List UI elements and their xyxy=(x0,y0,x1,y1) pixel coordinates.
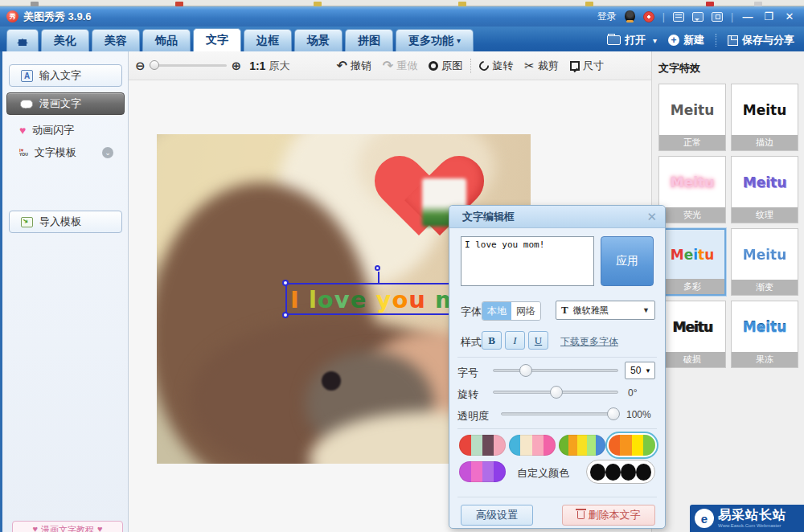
underline-button[interactable]: U xyxy=(528,331,548,350)
effect-texture[interactable]: Meitu 纹理 xyxy=(731,156,798,223)
zoom-ratio[interactable]: 1:1 xyxy=(249,59,265,72)
effect-sample: Meitu xyxy=(659,84,725,135)
text-content-input[interactable] xyxy=(461,236,594,286)
color-palette-4[interactable] xyxy=(609,435,655,456)
rotate-button[interactable]: 旋转 xyxy=(479,59,513,73)
zoom-in-icon[interactable]: ⊕ xyxy=(232,59,242,73)
size-label: 字号 xyxy=(457,366,478,380)
color-palette-3[interactable] xyxy=(559,435,605,456)
size-slider[interactable] xyxy=(493,369,618,372)
tab-collage[interactable]: 拼图 xyxy=(345,29,393,51)
selection-handle[interactable] xyxy=(282,280,289,286)
close-icon[interactable]: ✕ xyxy=(646,210,657,224)
dialog-title-bar[interactable]: 文字编辑框 ✕ xyxy=(449,206,665,228)
panel-title: 文字特效 xyxy=(658,61,804,76)
minimize-button[interactable]: — xyxy=(741,10,754,23)
tab-scene[interactable]: 场景 xyxy=(294,29,343,51)
new-button[interactable]: + 新建 xyxy=(668,33,704,47)
rotation-handle[interactable] xyxy=(375,265,380,271)
watermark-banner: e 易采站长站 Www.Easck.Com Webmaster xyxy=(690,505,804,532)
tab-decorate[interactable]: 饰品 xyxy=(142,29,191,51)
color-palette-2[interactable] xyxy=(509,435,556,456)
undo-icon: ↶ xyxy=(336,59,347,72)
undo-button[interactable]: ↶ 撤销 xyxy=(336,59,371,73)
download-fonts-link[interactable]: 下载更多字体 xyxy=(560,335,618,349)
weibo-icon[interactable] xyxy=(643,11,654,23)
effect-outline[interactable]: Meitu 描边 xyxy=(731,84,798,151)
original-image-button[interactable]: 原图 xyxy=(429,59,462,73)
tab-frame[interactable]: 边框 xyxy=(244,29,292,51)
sidebar-item-comic-text[interactable]: 漫画文字 xyxy=(6,92,125,115)
opacity-slider-handle[interactable] xyxy=(607,407,620,420)
effect-normal[interactable]: Meitu 正常 xyxy=(658,84,726,151)
zoom-slider-handle[interactable] xyxy=(150,60,159,70)
size-slider-handle[interactable] xyxy=(519,364,532,377)
download-more-icon[interactable]: ⌄ xyxy=(102,147,113,158)
apply-button[interactable]: 应用 xyxy=(601,236,654,286)
sidebar-item-text-template[interactable]: I♥YOU 文字模板 ⌄ xyxy=(6,141,125,164)
skin-icon[interactable] xyxy=(712,12,723,22)
custom-color-dot[interactable] xyxy=(636,464,651,481)
zoom-out-icon[interactable]: ⊖ xyxy=(135,59,146,73)
save-share-button[interactable]: 保存与分享 xyxy=(728,33,794,47)
divider xyxy=(457,428,657,429)
rotate-slider[interactable] xyxy=(493,391,618,394)
qq-icon[interactable] xyxy=(625,10,635,23)
effect-jelly[interactable]: Meitu 果冻 xyxy=(731,301,798,368)
custom-color-dot[interactable] xyxy=(621,464,636,481)
selection-handle[interactable] xyxy=(282,312,289,318)
rotate-slider-handle[interactable] xyxy=(550,386,563,399)
italic-button[interactable]: I xyxy=(505,331,525,350)
watermark-logo-icon: e xyxy=(695,509,714,528)
font-family-dropdown[interactable]: T 微软雅黑 ▼ xyxy=(556,301,655,320)
effect-broken[interactable]: Meitu 破损 xyxy=(658,301,726,368)
custom-color-dot[interactable] xyxy=(605,464,621,481)
effect-sample: Meitu xyxy=(659,301,725,352)
folder-icon xyxy=(607,35,621,45)
effect-gradient[interactable]: Meitu 渐变 xyxy=(731,228,798,296)
size-dropdown[interactable]: 50▼ xyxy=(625,362,655,379)
font-web-option[interactable]: 网络 xyxy=(511,302,540,320)
divider xyxy=(457,497,657,497)
tab-text[interactable]: 文字 xyxy=(193,28,241,51)
effect-sample: Meitu xyxy=(732,229,798,280)
sidebar-item-input-text[interactable]: A 输入文字 xyxy=(9,64,122,87)
effect-colorful[interactable]: Meitu 多彩 xyxy=(658,228,726,296)
home-icon xyxy=(17,38,28,47)
font-source-toggle: 本地 网络 xyxy=(482,301,541,321)
feedback-icon[interactable] xyxy=(673,12,684,22)
resize-icon xyxy=(570,61,580,71)
sidebar-item-animated-text[interactable]: ♥ 动画闪字 xyxy=(6,119,125,141)
bold-button[interactable]: B xyxy=(482,331,502,350)
login-link[interactable]: 登录 xyxy=(597,10,617,23)
zoom-ratio-label[interactable]: 原大 xyxy=(269,59,289,73)
redo-button[interactable]: ↷ 重做 xyxy=(383,59,417,73)
color-palette-5[interactable] xyxy=(459,461,506,482)
dialog-title: 文字编辑框 xyxy=(462,210,515,224)
text-edit-dialog: 文字编辑框 ✕ 应用 字体 本地 网络 T 微软雅黑 ▼ 样式 B I U 下载… xyxy=(449,205,666,529)
maximize-button[interactable]: ❐ xyxy=(762,10,775,23)
effect-glow[interactable]: Meitu 荧光 xyxy=(658,156,726,223)
resize-button[interactable]: 尺寸 xyxy=(570,59,604,73)
advanced-settings-button[interactable]: 高级设置 xyxy=(461,505,533,526)
tab-retouch[interactable]: 美容 xyxy=(92,29,140,51)
tab-beautify[interactable]: 美化 xyxy=(41,29,89,51)
divider xyxy=(470,59,471,73)
message-icon[interactable] xyxy=(692,12,704,22)
open-button[interactable]: 打开 ▾ xyxy=(607,33,657,47)
custom-color-swatches[interactable] xyxy=(586,460,655,484)
import-template-button[interactable]: 导入模板 xyxy=(9,211,122,233)
tab-more[interactable]: 更多功能▾ xyxy=(396,29,474,51)
color-palette-1[interactable] xyxy=(459,435,506,456)
close-button[interactable]: ✕ xyxy=(783,10,796,23)
delete-text-button[interactable]: 删除本文字 xyxy=(562,505,655,526)
comic-text-tutorial-banner[interactable]: ♥ 漫画文字教程 ♥ xyxy=(12,521,123,532)
custom-color-dot[interactable] xyxy=(590,464,605,481)
opacity-slider[interactable] xyxy=(501,412,618,415)
crop-button[interactable]: ✂ 裁剪 xyxy=(524,59,559,73)
tab-home[interactable] xyxy=(6,29,39,51)
divider xyxy=(457,357,657,358)
zoom-slider[interactable] xyxy=(150,64,227,67)
font-local-option[interactable]: 本地 xyxy=(482,302,511,320)
redo-icon: ↷ xyxy=(383,59,393,72)
